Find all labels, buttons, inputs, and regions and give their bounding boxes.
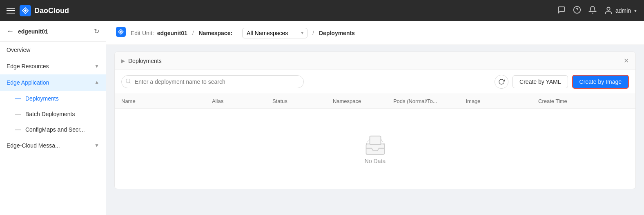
sidebar-unit-name: edgeunit01 (18, 28, 48, 35)
help-icon[interactable] (573, 6, 581, 16)
panel-title: Deployments (128, 58, 162, 64)
unit-name: edgeunit01 (157, 30, 187, 36)
breadcrumb-sep-3: / (312, 30, 314, 36)
edit-unit-label: Edit Unit: (131, 30, 154, 36)
back-arrow-icon: ← (7, 27, 14, 36)
deployments-panel: ▶ Deployments ✕ (114, 52, 636, 189)
create-by-yaml-button[interactable]: Create by YAML (513, 75, 568, 88)
svg-line-6 (129, 82, 131, 83)
dash-icon: — (15, 95, 21, 102)
svg-rect-8 (370, 136, 381, 145)
user-menu[interactable]: admin ▼ (604, 6, 637, 15)
sidebar-item-edge-application[interactable]: Edge Application ▼ (0, 74, 106, 91)
create-by-image-button[interactable]: Create by Image (572, 75, 629, 89)
col-name: Name (121, 98, 212, 104)
main-content: ▶ Deployments ✕ (106, 45, 644, 215)
table-header: Name Alias Status Namespace Pods (Normal… (115, 94, 635, 109)
chevron-down-icon: ▼ (94, 143, 99, 148)
col-create-time: Create Time (538, 98, 629, 104)
col-pods: Pods (Normal/To... (393, 98, 466, 104)
refresh-icon[interactable]: ↻ (94, 27, 99, 35)
sidebar-item-edge-cloud-messa[interactable]: Edge-Cloud Messa... ▼ (0, 137, 106, 154)
sidebar-subitem-batch-deployments[interactable]: — Batch Deployments (0, 106, 106, 122)
search-wrapper (121, 75, 304, 88)
message-icon[interactable] (557, 6, 566, 16)
sidebar-item-edge-resources[interactable]: Edge Resources ▼ (0, 58, 106, 74)
namespace-label: Namespace: (199, 30, 233, 36)
svg-point-5 (126, 79, 130, 83)
dash-icon: — (15, 126, 21, 133)
notification-icon[interactable] (588, 6, 597, 16)
deployments-breadcrumb: Deployments (319, 30, 355, 36)
svg-point-3 (607, 7, 610, 10)
sidebar-subitem-configmaps[interactable]: — ConfigMaps and Secr... (0, 122, 106, 137)
user-chevron-icon: ▼ (633, 9, 637, 13)
search-icon (125, 78, 131, 85)
panel-header: ▶ Deployments ✕ (115, 52, 635, 70)
svg-rect-7 (366, 144, 384, 155)
no-data-state: No Data (115, 109, 635, 189)
col-alias: Alias (212, 98, 272, 104)
no-data-text: No Data (365, 158, 386, 164)
chevron-up-icon: ▼ (94, 80, 99, 85)
daocloud-icon (116, 27, 126, 39)
sidebar-nav: Overview Edge Resources ▼ Edge Applicati… (0, 42, 106, 154)
breadcrumb-sep-1: / (192, 30, 194, 36)
brand-logo: DaoCloud (20, 5, 69, 16)
col-image: Image (466, 98, 538, 104)
search-input[interactable] (121, 75, 304, 88)
col-namespace: Namespace (333, 98, 393, 104)
panel-toggle-icon[interactable]: ▶ (121, 58, 125, 64)
panel-close-icon[interactable]: ✕ (624, 57, 629, 65)
hamburger-menu[interactable] (7, 8, 15, 13)
sidebar-subitem-deployments[interactable]: — Deployments (0, 91, 106, 106)
chevron-down-icon: ▼ (94, 63, 99, 69)
sidebar: ← edgeunit01 ↻ Overview Edge Resources ▼… (0, 21, 106, 215)
namespace-select[interactable]: All Namespaces default kube-system (242, 28, 308, 38)
namespace-selector-wrapper: All Namespaces default kube-system ▼ (242, 28, 308, 38)
dash-icon: — (15, 110, 21, 118)
refresh-button[interactable] (495, 75, 508, 89)
topnav: DaoCloud admin (0, 0, 644, 21)
sidebar-item-overview[interactable]: Overview (0, 42, 106, 58)
username: admin (615, 7, 631, 14)
breadcrumb: Edit Unit: edgeunit01 / Namespace: All N… (106, 21, 644, 45)
col-status: Status (272, 98, 333, 104)
panel-toolbar: Create by YAML Create by Image (115, 70, 635, 94)
sidebar-back-button[interactable]: ← edgeunit01 ↻ (0, 21, 106, 42)
